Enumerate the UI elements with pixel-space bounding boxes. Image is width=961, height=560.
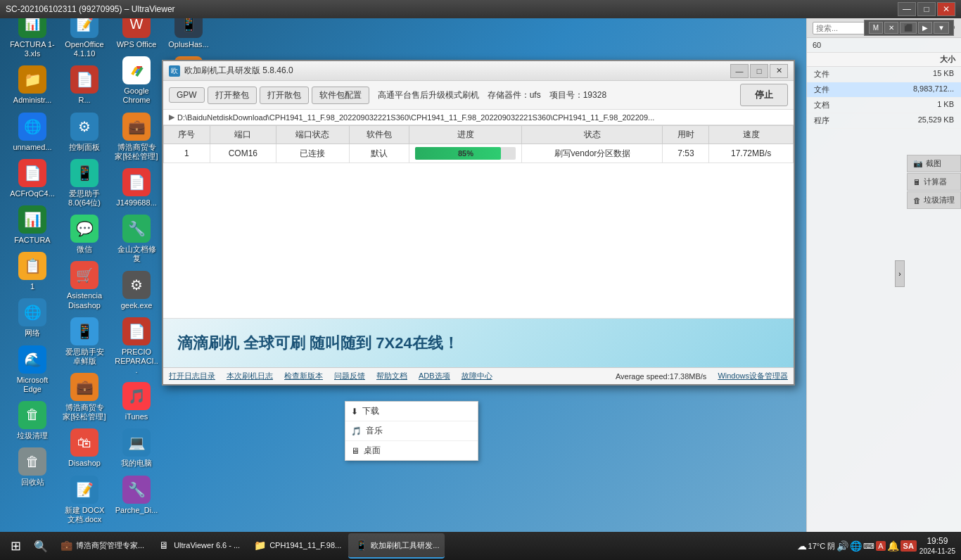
stop-button[interactable]: 停止 [740, 84, 788, 106]
r-icon: 📄 [70, 65, 98, 94]
desktop-icon-aisi[interactable]: 📱 爱思助手 8.0(64位) [59, 156, 110, 210]
desktop-icon-r[interactable]: 📄 R... [59, 63, 110, 108]
taskbar-search-button[interactable]: 🔍 [30, 535, 52, 557]
desktop-icon-factura2[interactable]: 📊 FACTURA [7, 203, 58, 248]
minimize-button[interactable]: — [898, 2, 916, 16]
download-item-download[interactable]: ⬇ 下载 [345, 402, 478, 421]
desktop-icon-network[interactable]: 🌐 网络 [7, 295, 58, 341]
uv-tool-btn-2[interactable]: ✕ [884, 22, 898, 34]
trash-cleaner-button[interactable]: 🗑 垃圾清理 [907, 191, 961, 209]
desktop-icon-j1499[interactable]: 📄 J1499688... [111, 165, 162, 210]
desktop-icon-recycle[interactable]: 🗑 回收站 [7, 445, 58, 490]
desktop-icon-administr[interactable]: 📁 Administr... [7, 63, 58, 108]
gpw-button[interactable]: GPW [169, 87, 205, 103]
windows-device-manager-link[interactable]: Windows设备管理器 [718, 371, 788, 381]
collapse-arrow[interactable]: › [895, 260, 905, 287]
weather-icon[interactable]: ☁ [797, 540, 807, 552]
adb-link[interactable]: ADB选项 [419, 371, 450, 381]
desktop-icon-parche[interactable]: 🔧 Parche_Di... [111, 473, 162, 518]
desktop-icon-kingsoft[interactable]: 🔧 金山文档修复 [111, 212, 162, 266]
uv-tool-btn-3[interactable]: ⬛ [900, 22, 917, 34]
desktop-icon-asistencia[interactable]: 🛒 Asistencia Disashop [59, 258, 110, 312]
sa-logo[interactable]: SA [900, 540, 917, 552]
desktop-icon-label: FACTURA 1-3.xls [10, 40, 55, 58]
right-panel: 🔍 ★ ↻ 60 大小 文件 15 KB 文件 8,983,712... 文档 … [806, 18, 961, 535]
taskbar-item-ultraviewer[interactable]: 🖥 UltraViewer 6.6 - ... [151, 533, 246, 559]
screenshot-button[interactable]: 📷 截图 [907, 155, 961, 172]
cell-progress: 85% [409, 144, 522, 163]
desktop-icon-1[interactable]: 📋 1 [7, 249, 58, 294]
desktop-icon-unnamed[interactable]: 🌐 unnamed... [7, 110, 58, 155]
screenshot-label: 截图 [926, 158, 941, 169]
desktop-icon-label: J1499688... [116, 198, 157, 208]
notification-icon[interactable]: 🔔 [887, 540, 899, 552]
desktop-icon-chrome[interactable]: Google Chrome [111, 53, 162, 108]
uv-tool-btn-5[interactable]: ▼ [934, 22, 949, 34]
desktop-icon-acfr[interactable]: 📄 ACFrOqC4... [7, 156, 58, 201]
aisi-android-icon: 📱 [70, 317, 98, 345]
desktop-icon-docx[interactable]: 📝 新建 DOCX 文档.docx [59, 473, 110, 527]
path-text: D:\BaiduNetdiskDownload\CPH1941_11_F.98_… [177, 113, 654, 122]
desktop-icon-label: 金山文档修复 [114, 245, 159, 263]
feedback-link[interactable]: 问题反馈 [334, 371, 365, 381]
desktop-icon-geek[interactable]: ⚙ geek.exe [111, 268, 162, 313]
desktop-icon-label: geek.exe [121, 301, 153, 310]
desktop-icon-boshang[interactable]: 💼 博浩商贸专家[轻松管理] [59, 370, 110, 424]
uv-tool-btn-4[interactable]: ▶ [918, 22, 932, 34]
flash-tool-window: 欧 欧加刷机工具研发版 5.8.46.0 — □ ✕ GPW 打开整包 打开散包… [162, 60, 795, 386]
desktop-icon-aisi-android[interactable]: 📱 爱思助手安卓鲜版 [59, 314, 110, 369]
taskbar-item-boshang[interactable]: 💼 博浩商贸管理专家... [53, 533, 150, 559]
flash-maximize-button[interactable]: □ [750, 64, 768, 78]
desktop-icon-cleaner[interactable]: 🗑 垃圾清理 [7, 398, 58, 443]
weather-temp[interactable]: 17°C 阴 [808, 541, 836, 552]
calculator-button[interactable]: 🖩 计算器 [907, 173, 961, 191]
fault-link[interactable]: 故障中心 [462, 371, 492, 381]
desktop-icon-label: 回收站 [21, 478, 44, 487]
flash-close-button[interactable]: ✕ [770, 64, 788, 78]
right-item-type-4: 程序 [814, 115, 829, 126]
lang-indicator[interactable]: A [876, 541, 885, 551]
right-item-2[interactable]: 文件 8,983,712... [807, 82, 961, 98]
flash-minimize-button[interactable]: — [730, 64, 749, 78]
desktop-icon-label: 微信 [77, 245, 92, 254]
flash-log-link[interactable]: 本次刷机日志 [227, 371, 273, 381]
check-update-link[interactable]: 检查新版本 [284, 371, 323, 381]
package-config-button[interactable]: 软件包配置 [312, 87, 369, 104]
systray-icons: ☁ 17°C 阴 🔊 🌐 ⌨ A 🔔 SA [797, 540, 917, 552]
right-item-size-3: 1 KB [937, 100, 954, 110]
desktop-icon-boshang2[interactable]: 💼 博浩商贸专家[轻松管理] [111, 110, 162, 164]
start-button[interactable]: ⊞ [3, 533, 28, 559]
desktop-icon-precio[interactable]: 📄 PRECIO REPARACI... [111, 314, 162, 378]
open-package-button[interactable]: 打开整包 [208, 87, 257, 104]
col-port: 端口 [210, 126, 276, 144]
desktop-icon-edge[interactable]: 🌊 Microsoft Edge [7, 343, 58, 397]
desktop-icon-disashop[interactable]: 🛍 Disashop [59, 426, 110, 471]
maximize-button[interactable]: □ [917, 2, 936, 16]
taskbar-clock[interactable]: 19:59 2024-11-25 [919, 536, 955, 556]
log-dir-link[interactable]: 打开日志目录 [169, 371, 215, 381]
taskbar-uv-icon: 🖥 [157, 538, 171, 552]
close-button[interactable]: ✕ [937, 2, 955, 16]
cell-status: 刷写vendor分区数据 [522, 144, 663, 163]
kingsoft-icon: 🔧 [122, 215, 151, 243]
download-item-music[interactable]: 🎵 音乐 [345, 421, 478, 441]
taskbar-item-cph[interactable]: 📁 CPH1941_11_F.98... [247, 533, 347, 559]
download-item-desktop[interactable]: 🖥 桌面 [345, 441, 478, 460]
taskbar-item-flash[interactable]: 📱 欧加刷机工具研发... [348, 533, 445, 559]
volume-icon[interactable]: 🔊 [836, 540, 848, 552]
desktop-icon-mypc[interactable]: 💻 我的电脑 [111, 426, 162, 471]
help-link[interactable]: 帮助文档 [376, 371, 407, 381]
open-loose-button[interactable]: 打开散包 [260, 87, 309, 104]
uv-tool-btn-1[interactable]: M [869, 22, 883, 34]
keyboard-icon[interactable]: ⌨ [863, 542, 874, 551]
desktop-icon-itunes[interactable]: 🎵 iTunes [111, 379, 162, 424]
right-item-4[interactable]: 程序 25,529 KB [807, 113, 961, 129]
network-tray-icon[interactable]: 🌐 [850, 540, 862, 552]
right-item-1[interactable]: 文件 15 KB [807, 67, 961, 82]
disashop-icon: 🛍 [70, 428, 98, 457]
desktop-icon-controlpanel[interactable]: ⚙ 控制面板 [59, 110, 110, 155]
desktop-icon-label: Parche_Di... [115, 506, 158, 515]
right-panel-breadcrumb: 60 [807, 38, 961, 53]
right-item-3[interactable]: 文档 1 KB [807, 98, 961, 113]
desktop-icon-wechat[interactable]: 💬 微信 [59, 212, 110, 257]
